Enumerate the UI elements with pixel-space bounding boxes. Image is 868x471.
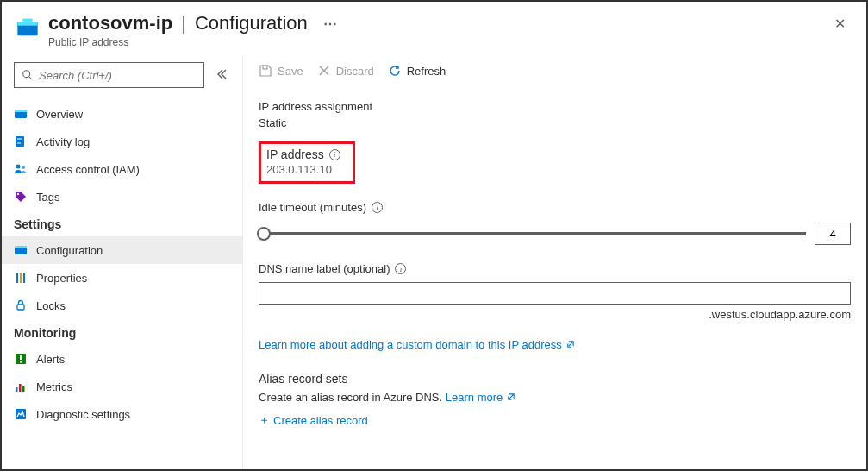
metrics-icon [14,380,28,393]
more-actions-icon[interactable]: ⋯ [323,16,337,32]
svg-point-11 [16,165,21,169]
sidebar-item-label: Access control (IAM) [36,163,140,176]
alias-learn-more-link[interactable]: Learn more [446,391,515,404]
svg-rect-24 [19,384,22,392]
ip-address-value: 203.0.113.10 [266,163,340,176]
svg-rect-2 [22,19,33,22]
svg-rect-1 [17,22,37,26]
sidebar-item-activity-log[interactable]: Activity log [2,128,242,155]
svg-rect-6 [15,110,27,112]
svg-rect-25 [22,386,25,392]
sidebar-item-locks[interactable]: Locks [2,292,242,319]
slider-thumb[interactable] [257,227,271,241]
external-link-icon [506,392,515,402]
search-input-wrapper[interactable] [14,62,204,88]
timeout-label: Idle timeout (minutes) [259,201,366,214]
svg-line-4 [29,77,33,80]
sidebar-item-label: Metrics [36,380,72,393]
discard-button[interactable]: Discard [317,64,374,78]
info-icon[interactable]: i [372,202,383,213]
dns-suffix-label: .westus.cloudapp.azure.com [259,308,851,321]
activity-log-icon [14,135,28,148]
sidebar-item-diagnostic[interactable]: Diagnostic settings [2,400,242,428]
locks-icon [14,298,28,312]
save-button[interactable]: Save [259,64,303,78]
public-ip-icon [16,16,40,40]
alias-description: Create an alias record in Azure DNS. Lea… [259,391,851,404]
refresh-button[interactable]: Refresh [388,64,446,78]
close-button[interactable]: ✕ [827,12,852,35]
assignment-value: Static [259,116,851,129]
info-icon[interactable]: i [329,149,340,160]
svg-rect-19 [17,305,24,310]
properties-icon [14,271,28,285]
sidebar-item-label: Configuration [36,244,103,257]
learn-custom-domain-link[interactable]: Learn more about adding a custom domain … [259,338,575,351]
tags-icon [14,190,28,204]
iam-icon [14,162,28,176]
alias-heading: Alias record sets [259,372,851,386]
svg-point-13 [17,193,19,195]
sidebar-item-metrics[interactable]: Metrics [2,373,242,400]
configuration-icon [14,243,28,257]
plus-icon: ＋ [259,412,270,428]
refresh-icon [388,64,402,78]
svg-rect-15 [15,246,27,248]
assignment-label: IP address assignment [259,100,851,113]
toolbar: Save Discard Refresh [259,55,851,90]
alerts-icon [14,352,28,366]
save-icon [259,64,272,78]
svg-rect-16 [16,273,18,283]
section-title: Configuration [195,12,308,35]
nav-heading-monitoring: Monitoring [2,319,242,345]
ip-address-highlight: IP address i 203.0.113.10 [259,141,355,184]
svg-rect-18 [23,273,25,283]
nav-heading-settings: Settings [2,210,242,236]
sidebar-item-properties[interactable]: Properties [2,264,242,292]
resource-type: Public IP address [48,36,827,48]
resource-name: contosovm-ip [48,12,172,35]
overview-icon [14,107,28,121]
sidebar-item-label: Diagnostic settings [36,408,130,421]
svg-rect-10 [17,143,21,144]
svg-rect-8 [17,139,22,140]
ip-address-label: IP address [266,148,324,161]
search-input[interactable] [39,69,197,82]
main-content: Save Discard Refresh IP address assignme… [243,55,866,469]
sidebar: Overview Activity log Access control (IA… [2,55,243,469]
create-alias-button[interactable]: ＋ Create alias record [259,412,368,428]
collapse-nav-button[interactable] [211,65,230,86]
svg-rect-17 [20,273,22,283]
sidebar-item-overview[interactable]: Overview [2,100,242,128]
dns-name-input[interactable] [259,282,851,305]
dns-label: DNS name label (optional) [259,262,390,275]
sidebar-item-label: Tags [36,191,59,204]
timeout-value-input[interactable] [815,223,851,245]
svg-rect-21 [20,355,22,360]
info-icon[interactable]: i [395,263,406,274]
svg-point-3 [23,71,30,78]
svg-rect-9 [17,141,22,141]
svg-rect-22 [20,361,22,363]
diagnostic-icon [14,407,28,421]
blade-header: contosovm-ip | Configuration ⋯ Public IP… [2,2,866,55]
sidebar-item-label: Alerts [36,353,65,366]
sidebar-item-configuration[interactable]: Configuration [2,236,242,264]
sidebar-item-alerts[interactable]: Alerts [2,345,242,373]
timeout-slider[interactable] [259,232,806,236]
sidebar-item-label: Activity log [36,135,90,148]
external-link-icon [565,340,575,349]
sidebar-item-label: Locks [36,299,66,312]
sidebar-item-iam[interactable]: Access control (IAM) [2,155,242,183]
svg-rect-27 [263,66,267,69]
page-title: contosovm-ip | Configuration ⋯ [48,12,827,35]
svg-point-12 [22,166,25,169]
sidebar-item-label: Overview [36,108,83,121]
sidebar-item-tags[interactable]: Tags [2,183,242,210]
search-icon [22,69,34,81]
sidebar-item-label: Properties [36,272,87,285]
svg-rect-23 [16,387,18,392]
discard-icon [317,64,331,78]
